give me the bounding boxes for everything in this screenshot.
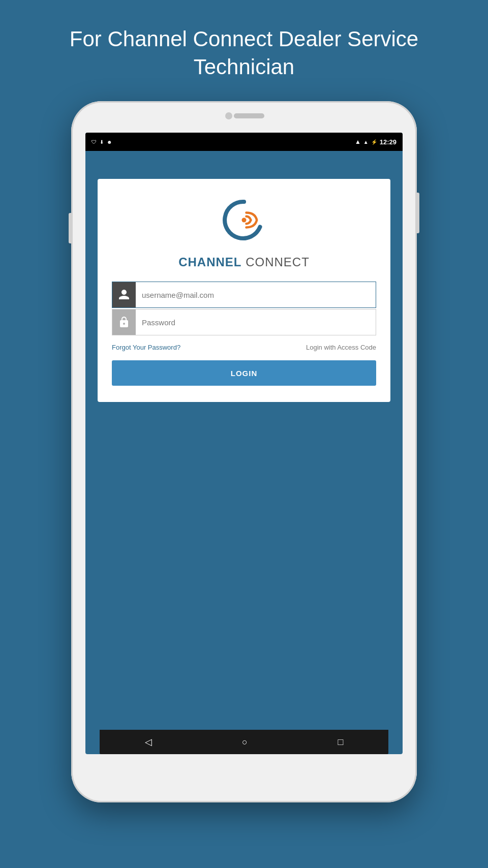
username-field-group bbox=[112, 282, 376, 308]
password-input[interactable] bbox=[136, 309, 376, 335]
phone-screen: 🛡 ⬇ ☻ ▲ ▲ ⚡ 12:29 bbox=[85, 133, 403, 754]
page-title: For Channel Connect Dealer Service Techn… bbox=[0, 25, 488, 81]
app-name: CHANNEL CONNECT bbox=[178, 255, 310, 269]
login-button[interactable]: LOGIN bbox=[112, 360, 376, 386]
back-button[interactable]: ◁ bbox=[145, 736, 152, 748]
padlock-icon bbox=[118, 316, 130, 328]
links-row: Forgot Your Password? Login with Access … bbox=[112, 344, 376, 351]
phone-shell: 🛡 ⬇ ☻ ▲ ▲ ⚡ 12:29 bbox=[71, 101, 417, 802]
phone-navbar: ◁ ○ □ bbox=[100, 730, 388, 754]
battery-icon: ⚡ bbox=[371, 139, 377, 145]
svg-point-0 bbox=[242, 218, 247, 223]
username-input[interactable] bbox=[136, 282, 376, 307]
home-button[interactable]: ○ bbox=[242, 737, 248, 748]
app-name-channel: CHANNEL bbox=[178, 255, 241, 269]
download-icon: ⬇ bbox=[100, 139, 104, 145]
status-left-icons: 🛡 ⬇ ☻ bbox=[92, 139, 112, 145]
status-time: 12:29 bbox=[380, 138, 396, 146]
recents-button[interactable]: □ bbox=[338, 737, 343, 748]
lock-icon bbox=[112, 309, 136, 335]
phone-speaker bbox=[234, 113, 264, 118]
app-name-connect: CONNECT bbox=[241, 255, 309, 269]
status-right-icons: ▲ ▲ ⚡ 12:29 bbox=[355, 138, 396, 146]
phone-vol-button bbox=[69, 213, 71, 243]
password-field-group bbox=[112, 309, 376, 335]
signal-icon: ▲ bbox=[363, 139, 369, 145]
access-code-link[interactable]: Login with Access Code bbox=[306, 344, 376, 351]
android-icon: ☻ bbox=[107, 139, 112, 145]
wifi-icon: ▲ bbox=[355, 138, 361, 145]
phone-mockup: 🛡 ⬇ ☻ ▲ ▲ ⚡ 12:29 bbox=[71, 101, 417, 802]
phone-power-button bbox=[417, 193, 419, 233]
forgot-password-link[interactable]: Forgot Your Password? bbox=[112, 344, 180, 351]
login-card: CHANNEL CONNECT bbox=[98, 179, 390, 402]
status-bar: 🛡 ⬇ ☻ ▲ ▲ ⚡ 12:29 bbox=[85, 133, 403, 151]
user-icon bbox=[112, 282, 136, 307]
person-icon bbox=[118, 289, 130, 301]
logo-container bbox=[221, 197, 267, 245]
phone-camera bbox=[225, 112, 232, 119]
shield-icon: 🛡 bbox=[92, 139, 97, 145]
app-logo bbox=[221, 197, 267, 243]
app-content: CHANNEL CONNECT bbox=[85, 151, 403, 754]
